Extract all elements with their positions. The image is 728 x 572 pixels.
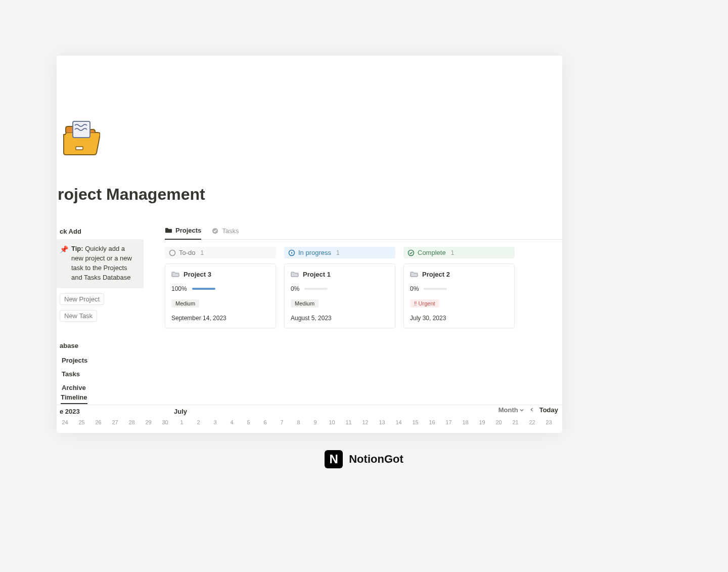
timeline-day[interactable]: 9 bbox=[307, 419, 324, 425]
column-complete: Complete 1 Project 2 0% bbox=[403, 247, 515, 328]
timeline-month-row: e 2023 July Month Today bbox=[57, 405, 562, 417]
db-link-archive[interactable]: Archive bbox=[57, 381, 144, 394]
new-task-button[interactable]: New Task bbox=[60, 310, 97, 322]
timeline-day[interactable]: 20 bbox=[490, 419, 507, 425]
circle-empty-icon bbox=[169, 249, 176, 256]
timeline-day[interactable]: 14 bbox=[390, 419, 407, 425]
timeline-strip: e 2023 July Month Today 2425262728293012… bbox=[57, 405, 562, 425]
timeline-month-june: e 2023 bbox=[60, 408, 174, 415]
svg-point-3 bbox=[170, 250, 175, 255]
card-date: July 30, 2023 bbox=[410, 315, 508, 322]
progress-bar bbox=[304, 288, 328, 290]
card-percent: 100% bbox=[171, 285, 187, 292]
timeline-days: 2425262728293012345678910111213141516171… bbox=[57, 417, 562, 425]
timeline-day[interactable]: 25 bbox=[73, 419, 90, 425]
card-project-1[interactable]: Project 1 0% Medium August 5, 2023 bbox=[284, 263, 395, 328]
board-columns: To-do 1 Project 3 100% bbox=[165, 247, 562, 328]
db-link-projects[interactable]: Projects bbox=[57, 354, 144, 367]
progress-bar bbox=[424, 288, 447, 290]
page-hero-folder-icon bbox=[61, 119, 100, 159]
tab-projects-label: Projects bbox=[175, 227, 201, 234]
timeline-day[interactable]: 3 bbox=[207, 419, 223, 425]
tab-timeline[interactable]: Timeline bbox=[61, 393, 87, 404]
db-link-tasks[interactable]: Tasks bbox=[57, 367, 144, 381]
timeline-day[interactable]: 15 bbox=[407, 419, 424, 425]
column-inprogress-label: In progress bbox=[298, 249, 331, 256]
timeline-day[interactable]: 24 bbox=[57, 419, 73, 425]
timeline-day[interactable]: 21 bbox=[507, 419, 524, 425]
column-todo: To-do 1 Project 3 100% bbox=[165, 247, 276, 328]
timeline-day[interactable]: 13 bbox=[374, 419, 390, 425]
timeline-day[interactable]: 17 bbox=[440, 419, 457, 425]
timeline-day[interactable]: 12 bbox=[357, 419, 374, 425]
timeline-day[interactable]: 2 bbox=[190, 419, 207, 425]
timeline-day[interactable]: 18 bbox=[457, 419, 474, 425]
chevron-down-icon bbox=[519, 408, 524, 413]
timeline-day[interactable]: 1 bbox=[173, 419, 190, 425]
brand-logo-icon: N bbox=[325, 450, 343, 468]
circle-check-icon bbox=[407, 249, 415, 256]
circle-play-icon bbox=[288, 249, 295, 256]
timeline-today-button[interactable]: Today bbox=[539, 406, 558, 414]
pushpin-icon: 📌 bbox=[60, 244, 68, 282]
priority-tag: Medium bbox=[291, 299, 318, 307]
timeline-day[interactable]: 16 bbox=[424, 419, 440, 425]
folder-mini-icon bbox=[410, 270, 418, 278]
brand-text: NotionGot bbox=[349, 453, 403, 466]
new-project-label: New Project bbox=[64, 295, 100, 303]
timeline-day[interactable]: 27 bbox=[107, 419, 123, 425]
tip-text: Tip: Quickly add a new project or a new … bbox=[71, 244, 138, 282]
timeline-scale-label: Month bbox=[498, 406, 518, 414]
quick-add-heading: ck Add bbox=[57, 225, 144, 239]
column-inprogress-count: 1 bbox=[336, 249, 340, 256]
progress-fill bbox=[192, 288, 215, 290]
priority-tag: Medium bbox=[171, 299, 199, 307]
timeline-day[interactable]: 10 bbox=[324, 419, 340, 425]
timeline-day[interactable]: 26 bbox=[90, 419, 107, 425]
tab-projects[interactable]: Projects bbox=[165, 226, 201, 240]
new-task-label: New Task bbox=[64, 312, 93, 320]
svg-rect-1 bbox=[76, 147, 83, 150]
column-todo-count: 1 bbox=[201, 249, 204, 256]
timeline-day[interactable]: 23 bbox=[540, 419, 557, 425]
tab-tasks-label: Tasks bbox=[222, 227, 239, 235]
timeline-month-july: July bbox=[174, 408, 187, 415]
timeline-day[interactable]: 28 bbox=[123, 419, 140, 425]
timeline-day[interactable]: 5 bbox=[240, 419, 257, 425]
new-project-button[interactable]: New Project bbox=[60, 293, 104, 305]
column-inprogress-header[interactable]: In progress 1 bbox=[284, 247, 395, 258]
card-project-3[interactable]: Project 3 100% Medium September 14, 2023 bbox=[165, 263, 276, 328]
chevron-left-icon bbox=[529, 407, 534, 412]
column-complete-header[interactable]: Complete 1 bbox=[403, 247, 515, 258]
folder-mini-icon bbox=[171, 270, 179, 278]
timeline-scale-dropdown[interactable]: Month bbox=[498, 406, 524, 414]
timeline-day[interactable]: 8 bbox=[290, 419, 307, 425]
column-complete-count: 1 bbox=[451, 249, 454, 256]
column-complete-label: Complete bbox=[418, 249, 446, 256]
card-date: September 14, 2023 bbox=[171, 315, 269, 322]
card-title: Project 3 bbox=[184, 271, 211, 278]
card-date: August 5, 2023 bbox=[291, 315, 389, 322]
timeline-prev-button[interactable] bbox=[529, 406, 534, 414]
card-title: Project 2 bbox=[422, 271, 450, 278]
brand-footer: N NotionGot bbox=[0, 450, 728, 468]
progress-bar bbox=[192, 288, 215, 290]
column-inprogress: In progress 1 Project 1 0% bbox=[284, 247, 395, 328]
timeline-day[interactable]: 22 bbox=[524, 419, 540, 425]
board-tabs: Projects Tasks bbox=[165, 226, 562, 240]
column-todo-header[interactable]: To-do 1 bbox=[165, 247, 276, 258]
timeline-day[interactable]: 11 bbox=[340, 419, 357, 425]
card-percent: 0% bbox=[410, 285, 419, 292]
tip-callout: 📌 Tip: Quickly add a new project or a ne… bbox=[57, 239, 144, 288]
timeline-day[interactable]: 7 bbox=[274, 419, 290, 425]
page-title: roject Management bbox=[58, 185, 205, 204]
card-project-2[interactable]: Project 2 0% ‼ Urgent July 30, 2023 bbox=[403, 263, 515, 328]
tab-tasks[interactable]: Tasks bbox=[211, 226, 239, 240]
timeline-day[interactable]: 6 bbox=[257, 419, 274, 425]
timeline-day[interactable]: 30 bbox=[157, 419, 173, 425]
board: Projects Tasks To-do bbox=[165, 226, 562, 328]
timeline-day[interactable]: 19 bbox=[474, 419, 490, 425]
card-percent: 0% bbox=[291, 285, 299, 292]
timeline-day[interactable]: 4 bbox=[223, 419, 240, 425]
timeline-day[interactable]: 29 bbox=[140, 419, 157, 425]
